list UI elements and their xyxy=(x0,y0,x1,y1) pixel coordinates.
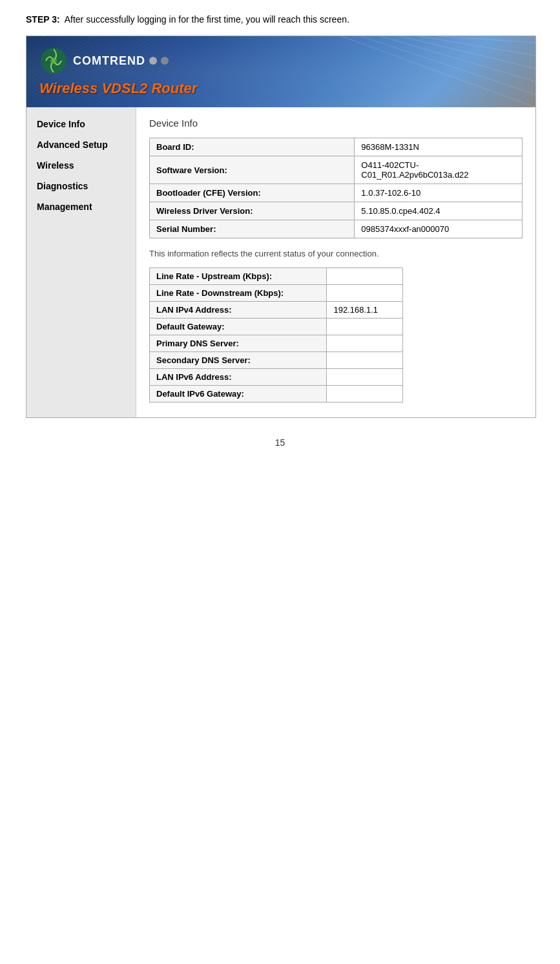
device-row-label: Software Version: xyxy=(150,156,355,184)
sidebar-item-diagnostics[interactable]: Diagnostics xyxy=(26,176,136,196)
svg-line-3 xyxy=(361,36,535,94)
connection-row: Line Rate - Upstream (Kbps): xyxy=(150,268,403,285)
sidebar: Device Info Advanced Setup Wireless Diag… xyxy=(26,107,136,417)
connection-row-value: 192.168.1.1 xyxy=(327,302,403,319)
connection-row-value xyxy=(327,352,403,369)
page-wrapper: STEP 3: After successfully logging in fo… xyxy=(0,0,560,461)
device-row-label: Wireless Driver Version: xyxy=(150,202,355,220)
device-info-row: Software Version: O411-402CTU-C01_R01.A2… xyxy=(150,156,523,184)
connection-row: Line Rate - Downstream (Kbps): xyxy=(150,285,403,302)
device-info-row: Board ID: 96368M-1331N xyxy=(150,138,523,156)
connection-row-value xyxy=(327,285,403,302)
connection-status-table: Line Rate - Upstream (Kbps): Line Rate -… xyxy=(149,267,403,403)
device-row-value: 96368M-1331N xyxy=(355,138,523,156)
connection-row-label: LAN IPv6 Address: xyxy=(150,369,327,386)
connection-row: LAN IPv4 Address: 192.168.1.1 xyxy=(150,302,403,319)
device-info-row: Bootloader (CFE) Version: 1.0.37-102.6-1… xyxy=(150,184,523,202)
product-title: Wireless VDSL2 Router xyxy=(39,80,197,97)
device-row-label: Serial Number: xyxy=(150,220,355,238)
logo-comtrend: COMTREND xyxy=(39,47,197,75)
connection-row-label: LAN IPv4 Address: xyxy=(150,302,327,319)
device-row-label: Board ID: xyxy=(150,138,355,156)
device-row-value: 0985374xxxf-an000070 xyxy=(355,220,523,238)
router-body: Device Info Advanced Setup Wireless Diag… xyxy=(26,107,535,417)
router-frame: COMTREND Wireless VDSL2 Router xyxy=(26,36,536,418)
section-title: Device Info xyxy=(149,118,523,129)
device-info-row: Wireless Driver Version: 5.10.85.0.cpe4.… xyxy=(150,202,523,220)
info-note: This information reflects the current st… xyxy=(149,249,523,258)
header-decoration xyxy=(342,36,535,107)
step-description: STEP 3: After successfully logging in fo… xyxy=(26,13,534,26)
connection-row-value xyxy=(327,319,403,335)
logo-dots xyxy=(149,57,169,65)
brand-text: COMTREND xyxy=(73,54,145,68)
connection-row-label: Default Gateway: xyxy=(150,319,327,335)
connection-row-label: Default IPv6 Gateway: xyxy=(150,386,327,403)
main-content: Device Info Board ID: 96368M-1331N Softw… xyxy=(136,107,535,417)
connection-row-value xyxy=(327,335,403,352)
svg-point-1 xyxy=(50,58,57,64)
sidebar-item-wireless[interactable]: Wireless xyxy=(26,155,136,176)
device-row-value: 5.10.85.0.cpe4.402.4 xyxy=(355,202,523,220)
sidebar-item-advanced-setup[interactable]: Advanced Setup xyxy=(26,134,136,155)
connection-row-label: Primary DNS Server: xyxy=(150,335,327,352)
connection-row-value xyxy=(327,268,403,285)
device-row-value: 1.0.37-102.6-10 xyxy=(355,184,523,202)
device-info-row: Serial Number: 0985374xxxf-an000070 xyxy=(150,220,523,238)
connection-row: Primary DNS Server: xyxy=(150,335,403,352)
device-info-table: Board ID: 96368M-1331N Software Version:… xyxy=(149,138,523,238)
connection-row: Default IPv6 Gateway: xyxy=(150,386,403,403)
step-label: STEP 3: xyxy=(26,14,60,25)
svg-line-2 xyxy=(342,36,535,107)
connection-row-value xyxy=(327,386,403,403)
sidebar-item-device-info[interactable]: Device Info xyxy=(26,114,136,134)
connection-row: LAN IPv6 Address: xyxy=(150,369,403,386)
device-row-label: Bootloader (CFE) Version: xyxy=(150,184,355,202)
connection-row: Default Gateway: xyxy=(150,319,403,335)
connection-row: Secondary DNS Server: xyxy=(150,352,403,369)
logo-area: COMTREND Wireless VDSL2 Router xyxy=(39,47,197,97)
page-number: 15 xyxy=(26,437,534,448)
device-row-value: O411-402CTU-C01_R01.A2pv6bC013a.d22 xyxy=(355,156,523,184)
connection-row-label: Secondary DNS Server: xyxy=(150,352,327,369)
connection-row-label: Line Rate - Downstream (Kbps): xyxy=(150,285,327,302)
connection-row-value xyxy=(327,369,403,386)
router-header: COMTREND Wireless VDSL2 Router xyxy=(26,36,535,107)
sidebar-item-management[interactable]: Management xyxy=(26,196,136,217)
connection-row-label: Line Rate - Upstream (Kbps): xyxy=(150,268,327,285)
comtrend-logo-icon xyxy=(39,47,68,75)
